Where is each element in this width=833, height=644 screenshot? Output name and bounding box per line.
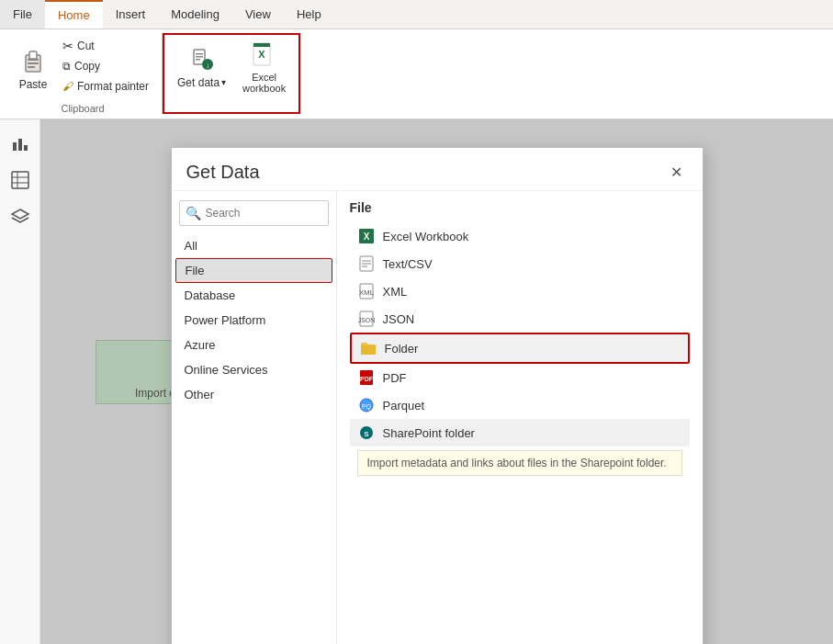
data-item-folder[interactable]: Folder [350,333,690,364]
svg-text:X: X [363,232,369,242]
sidebar-icon-table[interactable] [4,164,37,197]
format-painter-icon: 🖌 [62,80,73,93]
tab-insert[interactable]: Insert [103,0,159,28]
cut-button[interactable]: ✂ Cut [57,37,154,55]
get-data-group: ↓ Get data ▾ X [163,33,300,114]
search-box: 🔍 [179,200,329,226]
nav-item-file[interactable]: File [175,258,332,283]
svg-text:S: S [364,430,369,438]
get-data-label: Get data [177,76,220,89]
svg-rect-4 [28,66,35,68]
svg-text:X: X [258,49,265,60]
pdf-icon: PDF [357,368,376,387]
dialog-body: 🔍 AllFileDatabasePower PlatformAzureOnli… [172,191,703,644]
dialog-overlay: Get Data ✕ 🔍 AllFileDatabasePower Platfo… [40,119,833,644]
svg-rect-8 [196,59,200,61]
sharepoint-icon: S [357,424,376,442]
content-items-container: XExcel WorkbookText/CSVXMLXMLJSONJSONFol… [350,222,690,476]
ribbon: File Home Insert Modeling View Help [0,0,833,119]
data-item-xml[interactable]: XMLXML [350,277,690,305]
nav-item-other[interactable]: Other [172,382,336,407]
svg-rect-6 [196,53,203,55]
data-item-sharepoint_folder[interactable]: SSharePoint folder [350,419,690,446]
svg-text:JSON: JSON [358,317,375,323]
svg-rect-3 [28,62,39,64]
text-icon [357,254,376,273]
svg-rect-14 [13,142,17,151]
data-item-label-json: JSON [383,312,415,326]
data-item-label-text_csv: Text/CSV [383,257,433,271]
svg-rect-16 [24,145,28,151]
copy-button[interactable]: ⧉ Copy [57,57,154,75]
svg-rect-2 [28,59,39,61]
folder-icon [359,339,377,357]
tab-help[interactable]: Help [284,0,334,28]
format-painter-button[interactable]: 🖌 Format painter [57,77,154,96]
paste-button[interactable]: Paste [11,37,55,99]
content-section-title: File [350,200,690,215]
sidebar-icon-chart[interactable] [4,127,37,160]
format-painter-label: Format painter [77,80,149,93]
nav-item-azure[interactable]: Azure [172,333,336,357]
data-item-excel_workbook[interactable]: XExcel Workbook [350,222,690,250]
data-item-label-excel_workbook: Excel Workbook [383,230,469,243]
tab-home[interactable]: Home [45,0,103,28]
svg-marker-12 [253,43,270,47]
get-data-dialog: Get Data ✕ 🔍 AllFileDatabasePower Platfo… [171,147,704,644]
nav-item-all[interactable]: All [172,233,336,258]
left-sidebar [0,119,40,644]
ribbon-content: Paste ✂ Cut ⧉ Copy 🖌 Format painter [0,29,833,119]
svg-rect-17 [12,172,28,188]
dialog-title: Get Data [186,162,260,183]
data-item-pdf[interactable]: PDFPDF [350,364,690,391]
svg-rect-1 [29,51,37,59]
clipboard-group-label: Clipboard [61,99,104,114]
data-item-label-pdf: PDF [383,371,407,385]
svg-text:XML: XML [358,288,374,297]
dialog-close-button[interactable]: ✕ [666,161,688,183]
data-item-label-xml: XML [383,285,408,299]
svg-text:PDF: PDF [360,376,374,382]
get-data-dropdown-icon: ▾ [221,77,226,87]
svg-rect-15 [18,139,22,151]
dialog-nav: 🔍 AllFileDatabasePower PlatformAzureOnli… [172,191,337,644]
paste-label: Paste [19,78,48,91]
svg-text:↓: ↓ [206,62,209,70]
data-item-text_csv[interactable]: Text/CSV [350,250,690,277]
copy-label: Copy [74,60,100,73]
clipboard-buttons: Paste ✂ Cut ⧉ Copy 🖌 Format painter [11,33,154,99]
data-item-label-sharepoint_folder: SharePoint folder [383,426,475,440]
svg-rect-7 [196,56,203,58]
data-item-parquet[interactable]: PQParquet [350,391,690,419]
dialog-content: File XExcel WorkbookText/CSVXMLXMLJSONJS… [337,191,703,644]
get-data-buttons: ↓ Get data ▾ X [170,35,293,97]
nav-item-power_platform[interactable]: Power Platform [172,308,336,333]
data-item-label-folder: Folder [385,342,419,356]
excel-workbook-button[interactable]: X Excel workbook [235,35,293,97]
nav-items-container: AllFileDatabasePower PlatformAzureOnline… [172,233,336,407]
ribbon-tabs: File Home Insert Modeling View Help [0,0,833,29]
tab-view[interactable]: View [232,0,284,28]
excel-workbook-icon: X [250,40,279,69]
tab-modeling[interactable]: Modeling [158,0,232,28]
dialog-header: Get Data ✕ [172,148,703,191]
svg-marker-21 [12,209,28,219]
get-data-icon: ↓ [187,44,217,73]
excel-workbook-label: Excel workbook [242,72,286,94]
json-icon: JSON [357,310,376,328]
paste-icon [18,46,48,75]
excel-icon: X [357,227,376,245]
sharepoint-tooltip: Import metadata and links about files in… [357,450,682,476]
nav-item-online_services[interactable]: Online Services [172,357,336,382]
svg-text:PQ: PQ [361,403,371,411]
data-item-label-parquet: Parquet [383,399,425,412]
data-item-json[interactable]: JSONJSON [350,305,690,333]
copy-icon: ⧉ [62,60,71,73]
nav-item-database[interactable]: Database [172,283,336,308]
parquet-icon: PQ [357,396,376,414]
sidebar-icon-layers[interactable] [4,200,37,233]
tab-file[interactable]: File [0,0,45,28]
get-data-button[interactable]: ↓ Get data ▾ [170,35,233,97]
main-canvas: Import dat Get Data ✕ 🔍 AllFileDatabaseP… [40,119,833,644]
xml-icon: XML [357,282,376,300]
